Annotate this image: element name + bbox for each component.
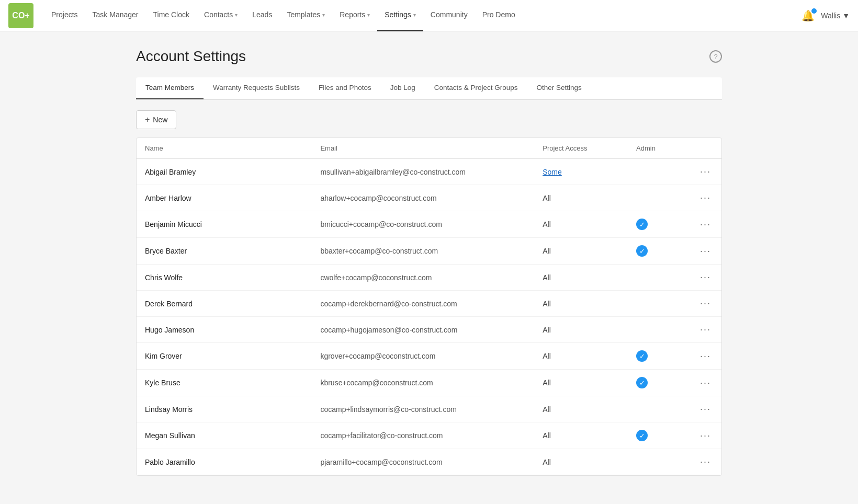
- cell-actions: ···: [686, 211, 721, 238]
- admin-check-icon: ✓: [636, 245, 648, 257]
- cell-name: Abigail Bramley: [137, 159, 312, 185]
- more-options-button[interactable]: ···: [698, 377, 713, 388]
- tab-team-members[interactable]: Team Members: [136, 77, 204, 99]
- table-row: Bryce Baxterbbaxter+cocamp@co-construct.…: [137, 238, 721, 265]
- cell-name: Lindsay Morris: [137, 396, 312, 422]
- plus-icon: +: [145, 115, 150, 124]
- cell-name: Bryce Baxter: [137, 238, 312, 265]
- nav-label: Leads: [252, 10, 272, 19]
- cell-admin: ✓: [628, 343, 686, 370]
- table-row: Kim Groverkgrover+cocamp@coconstruct.com…: [137, 343, 721, 370]
- cell-admin: ✓: [628, 422, 686, 449]
- header-name: Name: [137, 138, 312, 159]
- cell-email: pjaramillo+cocamp@coconstruct.com: [312, 449, 534, 475]
- more-options-button[interactable]: ···: [698, 351, 713, 361]
- more-options-button[interactable]: ···: [698, 166, 713, 177]
- header-actions: [686, 138, 721, 159]
- nav-item-time-clock[interactable]: Time Clock: [146, 0, 197, 31]
- cell-name: Kim Grover: [137, 343, 312, 370]
- tab-contacts-project-groups[interactable]: Contacts & Project Groups: [425, 77, 527, 99]
- nav-items: ProjectsTask ManagerTime ClockContacts▾L…: [44, 0, 801, 31]
- table-row: Pablo Jaramillopjaramillo+cocamp@coconst…: [137, 449, 721, 475]
- tab-warranty-requests-sublists[interactable]: Warranty Requests Sublists: [204, 77, 309, 99]
- cell-access: All: [534, 291, 628, 317]
- user-menu[interactable]: Wallis ▼: [821, 12, 850, 20]
- more-options-button[interactable]: ···: [698, 324, 713, 335]
- cell-access[interactable]: Some: [534, 159, 628, 185]
- nav-label: Contacts: [204, 10, 233, 19]
- nav-item-community[interactable]: Community: [423, 0, 475, 31]
- more-options-button[interactable]: ···: [698, 219, 713, 230]
- nav-item-settings[interactable]: Settings▾: [377, 0, 423, 31]
- nav-item-contacts[interactable]: Contacts▾: [197, 0, 245, 31]
- navbar-right: 🔔 Wallis ▼: [801, 9, 850, 22]
- cell-email: kbruse+cocamp@coconstruct.com: [312, 370, 534, 396]
- tabs-bar: Team MembersWarranty Requests SublistsFi…: [136, 77, 722, 100]
- cell-email: bmicucci+cocamp@co-construct.com: [312, 211, 534, 238]
- cell-actions: ···: [686, 159, 721, 185]
- more-options-button[interactable]: ···: [698, 192, 713, 203]
- nav-item-leads[interactable]: Leads: [245, 0, 279, 31]
- cell-admin: ✓: [628, 370, 686, 396]
- cell-name: Chris Wolfe: [137, 265, 312, 291]
- nav-label: Pro Demo: [482, 10, 515, 19]
- cell-actions: ···: [686, 370, 721, 396]
- more-options-button[interactable]: ···: [698, 298, 713, 308]
- cell-name: Megan Sullivan: [137, 422, 312, 449]
- new-button[interactable]: + New: [136, 110, 176, 129]
- nav-label: Projects: [51, 10, 78, 19]
- tab-files-and-photos[interactable]: Files and Photos: [309, 77, 381, 99]
- cell-access: All: [534, 370, 628, 396]
- nav-item-pro-demo[interactable]: Pro Demo: [475, 0, 523, 31]
- cell-actions: ···: [686, 185, 721, 211]
- help-icon[interactable]: ?: [709, 50, 722, 63]
- nav-label: Reports: [340, 10, 365, 19]
- more-options-button[interactable]: ···: [698, 404, 713, 414]
- nav-item-task-manager[interactable]: Task Manager: [85, 0, 146, 31]
- cell-email: cocamp+hugojameson@co-construct.com: [312, 317, 534, 343]
- tab-job-log[interactable]: Job Log: [381, 77, 425, 99]
- nav-item-projects[interactable]: Projects: [44, 0, 85, 31]
- cell-admin: [628, 396, 686, 422]
- cell-name: Amber Harlow: [137, 185, 312, 211]
- table-row: Abigail Bramleymsullivan+abigailbramley@…: [137, 159, 721, 185]
- admin-check-icon: ✓: [636, 350, 648, 362]
- cell-name: Pablo Jaramillo: [137, 449, 312, 475]
- cell-actions: ···: [686, 238, 721, 265]
- more-options-button[interactable]: ···: [698, 456, 713, 467]
- more-options-button[interactable]: ···: [698, 246, 713, 256]
- more-options-button[interactable]: ···: [698, 430, 713, 441]
- cell-email: cocamp+lindsaymorris@co-construct.com: [312, 396, 534, 422]
- header-access: Project Access: [534, 138, 628, 159]
- table-row: Amber Harlowaharlow+cocamp@coconstruct.c…: [137, 185, 721, 211]
- cell-access: All: [534, 449, 628, 475]
- cell-actions: ···: [686, 449, 721, 475]
- page-title: Account Settings: [136, 48, 246, 65]
- nav-item-templates[interactable]: Templates▾: [279, 0, 332, 31]
- header-email: Email: [312, 138, 534, 159]
- cell-actions: ···: [686, 422, 721, 449]
- cell-admin: [628, 317, 686, 343]
- cell-admin: [628, 265, 686, 291]
- nav-chevron-icon: ▾: [322, 12, 325, 18]
- table-row: Lindsay Morriscocamp+lindsaymorris@co-co…: [137, 396, 721, 422]
- cell-name: Benjamin Micucci: [137, 211, 312, 238]
- cell-admin: [628, 159, 686, 185]
- cell-email: cocamp+derekbernard@co-construct.com: [312, 291, 534, 317]
- cell-email: bbaxter+cocamp@co-construct.com: [312, 238, 534, 265]
- cell-actions: ···: [686, 317, 721, 343]
- table-row: Kyle Brusekbruse+cocamp@coconstruct.comA…: [137, 370, 721, 396]
- table-row: Hugo Jamesoncocamp+hugojameson@co-constr…: [137, 317, 721, 343]
- tab-other-settings[interactable]: Other Settings: [527, 77, 591, 99]
- notifications-bell[interactable]: 🔔: [801, 9, 815, 22]
- cell-name: Kyle Bruse: [137, 370, 312, 396]
- cell-admin: [628, 185, 686, 211]
- admin-check-icon: ✓: [636, 430, 648, 441]
- nav-item-reports[interactable]: Reports▾: [332, 0, 377, 31]
- cell-access: All: [534, 185, 628, 211]
- nav-label: Task Manager: [93, 10, 139, 19]
- cell-access: All: [534, 317, 628, 343]
- more-options-button[interactable]: ···: [698, 272, 713, 282]
- new-button-label: New: [153, 116, 167, 124]
- logo[interactable]: CO+: [8, 3, 33, 28]
